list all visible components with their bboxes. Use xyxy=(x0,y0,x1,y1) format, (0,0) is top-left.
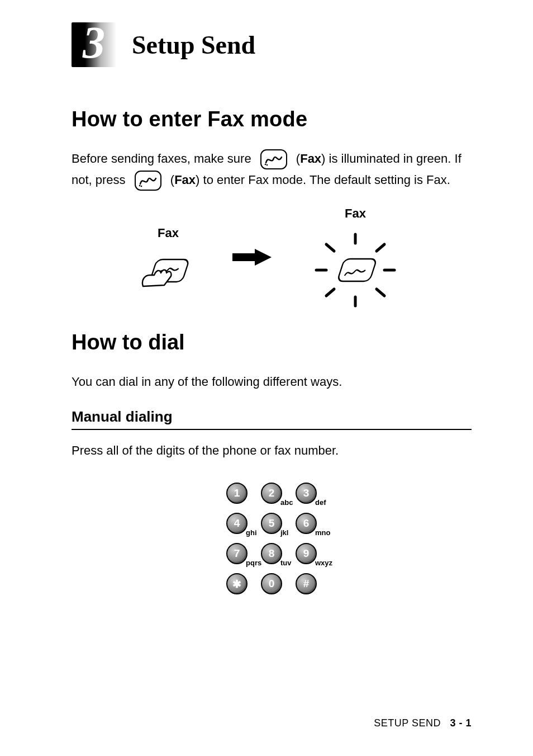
keypad-letters: wxyz xyxy=(315,559,332,567)
subsection-rule xyxy=(72,429,472,430)
keypad-key: 0 xyxy=(260,573,283,595)
keypad-key: 6mno xyxy=(295,512,317,535)
fax-button-press-label: Fax xyxy=(158,226,179,240)
fax-label: Fax xyxy=(174,173,196,187)
keypad-illustration: 1 2abc 3def 4ghi 5jkl 6mno 7pqrs 8tuv 9w… xyxy=(72,474,472,603)
svg-line-12 xyxy=(326,244,334,251)
keypad-letters: abc xyxy=(280,498,293,507)
keypad-digit: # xyxy=(296,573,317,594)
keypad-digit: 0 xyxy=(261,573,282,594)
page-footer: SETUP SEND 3 - 1 xyxy=(374,717,472,729)
keypad-key: 3def xyxy=(295,482,317,504)
fax-button-press-illustration: Fax xyxy=(137,226,199,289)
keypad-letters: jkl xyxy=(280,528,288,537)
keypad-digit: 9 xyxy=(296,543,317,564)
svg-line-14 xyxy=(326,289,334,296)
text-fragment: ) to enter Fax mode. The default setting… xyxy=(196,173,450,187)
arrow-right-icon xyxy=(232,249,272,266)
section-body-how-to-dial: You can dial in any of the following dif… xyxy=(72,371,472,392)
keypad-letters: tuv xyxy=(280,559,292,567)
keypad-digit: 2 xyxy=(261,483,282,504)
fax-mode-illustration: Fax Fax xyxy=(72,206,472,308)
keypad-digit: 4 xyxy=(226,513,248,534)
fax-label: Fax xyxy=(300,152,321,166)
keypad-digit: 1 xyxy=(226,483,248,504)
fax-button-lit-illustration: Fax xyxy=(305,206,406,308)
svg-point-4 xyxy=(139,185,140,187)
section-heading-how-to-dial: How to dial xyxy=(72,330,472,355)
section-body-enter-fax-mode: Before sending faxes, make sure (Fax) is… xyxy=(72,148,472,191)
keypad-letters: def xyxy=(315,498,326,507)
chapter-title: Setup Send xyxy=(132,30,255,60)
subsection-body-manual-dialing: Press all of the digits of the phone or … xyxy=(72,440,472,461)
svg-point-2 xyxy=(266,164,268,166)
svg-marker-7 xyxy=(232,249,272,266)
svg-point-5 xyxy=(140,186,142,187)
keypad-digit: 8 xyxy=(261,543,282,564)
text-fragment: Before sending faxes, make sure xyxy=(72,152,255,166)
keypad-key: # xyxy=(295,573,317,595)
footer-section: SETUP SEND xyxy=(374,717,441,729)
fax-button-lit-label: Fax xyxy=(345,206,366,221)
keypad-key: 9wxyz xyxy=(295,542,317,565)
keypad-key: 8tuv xyxy=(260,542,283,565)
keypad-key: ✱ xyxy=(226,573,248,595)
svg-point-1 xyxy=(264,164,266,166)
svg-line-15 xyxy=(377,289,384,296)
keypad-digit: 6 xyxy=(296,513,317,534)
keypad-digit: 5 xyxy=(261,513,282,534)
keypad-key: 5jkl xyxy=(260,512,283,535)
keypad-digit: 7 xyxy=(226,543,248,564)
keypad-key: 1 xyxy=(226,482,248,504)
keypad-digit: 3 xyxy=(296,483,317,504)
fax-icon xyxy=(260,149,287,169)
chapter-header: 3 Setup Send xyxy=(72,22,472,67)
svg-line-13 xyxy=(377,244,384,251)
chapter-number-badge: 3 xyxy=(72,22,116,67)
keypad-letters: pqrs xyxy=(246,559,261,567)
section-heading-enter-fax-mode: How to enter Fax mode xyxy=(72,107,472,131)
keypad-key: 2abc xyxy=(260,482,283,504)
subsection-heading-manual-dialing: Manual dialing xyxy=(72,408,472,426)
keypad-letters: mno xyxy=(315,528,330,537)
fax-icon xyxy=(135,171,161,191)
keypad-digit: ✱ xyxy=(226,573,248,594)
keypad-key: 4ghi xyxy=(226,512,248,535)
chapter-number: 3 xyxy=(72,20,116,65)
text-fragment: (Fax xyxy=(296,152,321,166)
keypad-key: 7pqrs xyxy=(226,542,248,565)
text-fragment: (Fax xyxy=(170,173,196,187)
footer-page-number: 3 - 1 xyxy=(450,717,472,729)
keypad: 1 2abc 3def 4ghi 5jkl 6mno 7pqrs 8tuv 9w… xyxy=(213,474,330,603)
keypad-letters: ghi xyxy=(246,528,257,537)
